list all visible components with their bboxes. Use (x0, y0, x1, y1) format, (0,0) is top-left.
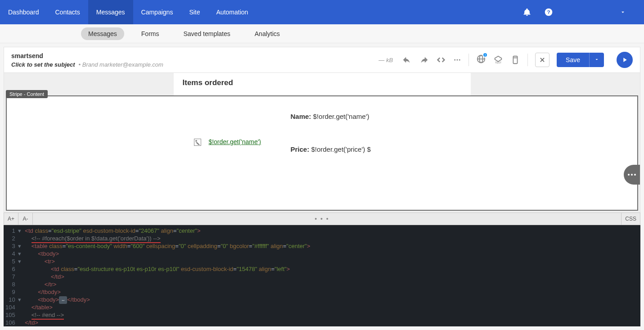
broken-image-icon (194, 139, 201, 146)
save-group: Save (557, 53, 604, 67)
css-tab-button[interactable]: CSS (621, 213, 640, 225)
svg-rect-9 (513, 56, 517, 64)
code-editor[interactable]: 1 ▾2 3 ▾4 ▾5 ▾6 7 8 9 10 ▾104 105 106 <t… (4, 225, 640, 326)
svg-point-2 (454, 59, 455, 61)
sub-nav: Messages Forms Saved templates Analytics (0, 24, 644, 43)
ellipsis-icon (628, 174, 636, 176)
nav-site[interactable]: Site (181, 0, 208, 24)
order-row: $!order.get('name') Name: $!order.get('n… (183, 113, 462, 178)
editor-header: smartsend Click to set the subject • Bra… (4, 47, 640, 73)
top-nav: Dashboard Contacts Messages Campaigns Si… (0, 0, 644, 24)
close-button[interactable] (535, 53, 549, 67)
sender-info: • Brand marketer@example.com (79, 61, 163, 68)
order-info-column: Name: $!order.get('name') Price: $!order… (291, 113, 462, 178)
canvas-more-fab[interactable] (624, 165, 640, 185)
svg-text:?: ? (547, 9, 550, 15)
stripe-inner: $!order.get('name') Name: $!order.get('n… (174, 96, 471, 210)
name-label: Name: (291, 113, 311, 120)
mobile-preview-icon[interactable] (510, 55, 520, 65)
toolbar-separator (468, 54, 469, 66)
subject-row: Click to set the subject • Brand markete… (11, 61, 163, 68)
toolbar-separator-2 (527, 54, 528, 66)
topnav-left: Dashboard Contacts Messages Campaigns Si… (0, 0, 256, 24)
resize-handle[interactable]: • • • (315, 215, 329, 222)
save-dropdown[interactable] (589, 53, 604, 67)
code-icon[interactable] (436, 55, 446, 65)
selected-stripe[interactable]: $!order.get('name') Name: $!order.get('n… (6, 95, 638, 211)
nav-dashboard[interactable]: Dashboard (0, 0, 47, 24)
save-button[interactable]: Save (557, 53, 589, 67)
email-body-top: Items ordered (174, 73, 471, 95)
more-icon[interactable] (453, 55, 461, 65)
globe-badge: ! (482, 52, 488, 58)
subnav-saved-templates[interactable]: Saved templates (176, 27, 237, 40)
topnav-right: ? (522, 8, 644, 17)
close-icon (539, 57, 545, 63)
nav-campaigns[interactable]: Campaigns (133, 0, 181, 24)
items-ordered-title: Items ordered (183, 78, 462, 87)
order-name-line: Name: $!order.get('name') (291, 113, 462, 120)
subnav-forms[interactable]: Forms (134, 27, 167, 40)
email-canvas[interactable]: Items ordered Stripe - Content $!order.g… (4, 73, 640, 212)
subject-placeholder[interactable]: Click to set the subject (11, 61, 75, 68)
chevron-down-icon (594, 57, 599, 62)
nav-messages[interactable]: Messages (88, 0, 133, 24)
name-value: $!order.get('name') (313, 113, 369, 120)
toolbar: ! TEST Save (402, 52, 633, 68)
code-content[interactable]: <td class="esd-stripe" esd-custom-block-… (25, 225, 310, 326)
nav-automation[interactable]: Automation (208, 0, 257, 24)
test-icon[interactable]: TEST (493, 55, 503, 65)
nav-contacts[interactable]: Contacts (47, 0, 88, 24)
font-increase-button[interactable]: A+ (4, 213, 18, 225)
svg-point-3 (457, 59, 458, 61)
code-editor-toolbar: A+ A- • • • CSS (4, 212, 640, 225)
order-price-line: Price: $!order.get('price') $ (291, 145, 462, 153)
subnav-analytics[interactable]: Analytics (248, 27, 287, 40)
price-value: $!order.get('price') $ (311, 145, 370, 153)
account-chevron-icon[interactable] (620, 9, 626, 15)
price-label: Price: (291, 145, 310, 153)
stripe-label: Stripe - Content (6, 90, 48, 98)
globe-button[interactable]: ! (476, 54, 486, 66)
play-button[interactable] (617, 52, 633, 68)
bell-icon[interactable] (522, 8, 531, 17)
subnav-messages[interactable]: Messages (81, 27, 124, 40)
campaign-name[interactable]: smartsend (11, 52, 163, 59)
order-image-column: $!order.get('name') (183, 113, 273, 146)
size-info: — kB (378, 57, 393, 63)
svg-text:TEST: TEST (495, 61, 502, 64)
line-gutter: 1 ▾2 3 ▾4 ▾5 ▾6 7 8 9 10 ▾104 105 106 (4, 225, 25, 326)
redo-icon[interactable] (419, 55, 429, 65)
header-left: smartsend Click to set the subject • Bra… (11, 52, 163, 68)
svg-point-4 (459, 59, 460, 61)
help-icon[interactable]: ? (544, 8, 553, 17)
order-image-link[interactable]: $!order.get('name') (208, 138, 261, 145)
undo-icon[interactable] (402, 55, 412, 65)
play-icon (621, 56, 628, 63)
font-decrease-button[interactable]: A- (18, 213, 33, 225)
